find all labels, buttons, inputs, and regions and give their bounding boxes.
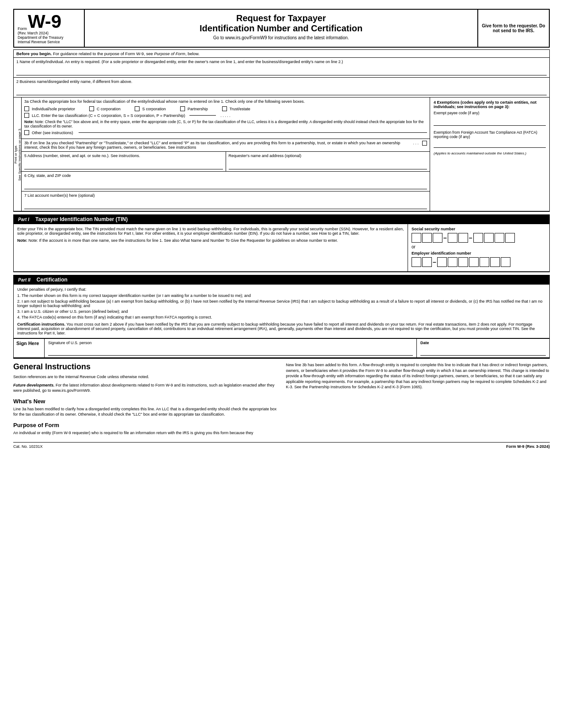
signature-input[interactable] — [48, 347, 413, 356]
date-input[interactable] — [420, 347, 546, 356]
part2-header: Part II Certification — [14, 275, 549, 285]
gen-right: New line 3b has been added to this form.… — [286, 362, 550, 439]
cb-individual[interactable] — [24, 106, 29, 111]
side-label: Print or type.See Specific Instructions … — [14, 98, 22, 211]
fatca-label: Exemption from Foreign Account Tax Compl… — [434, 130, 546, 139]
side-label-text: Print or type.See Specific Instructions … — [14, 128, 22, 181]
line5-right-input[interactable] — [229, 161, 427, 169]
fatca-input[interactable] — [434, 141, 546, 148]
other-row: Other (see instructions) — [24, 130, 427, 135]
title1: Request for Taxpayer — [89, 13, 473, 23]
line5-label: 5 Address (number, street, and apt. or s… — [24, 154, 223, 158]
cb5-label: Trust/estate — [230, 107, 250, 111]
ein-box7[interactable] — [480, 257, 489, 267]
ssn-box7[interactable] — [484, 233, 494, 243]
date-label: Date — [420, 341, 429, 345]
line5-field: 5 Address (number, street, and apt. or s… — [22, 152, 226, 171]
form-main: 1 Name of entity/individual. An entry is… — [13, 58, 550, 212]
cb-ccorp[interactable] — [89, 106, 94, 111]
ssn-box4[interactable] — [448, 233, 457, 243]
before-begin-text: For guidance related to the purpose of F… — [53, 51, 200, 56]
whats-new-text: Line 3a has been modified to clarify how… — [13, 406, 277, 417]
part1-label: Part I — [16, 217, 31, 222]
line1-row: 1 Name of entity/individual. An entry is… — [14, 58, 549, 78]
part2-section: Part II Certification Under penalties of… — [13, 275, 550, 359]
date-field: Date — [417, 339, 549, 357]
line2-label: 2 Business name/disregarded entity name,… — [16, 79, 547, 84]
title2: Identification Number and Certification — [89, 23, 473, 34]
line3a-row: 3a Check the appropriate box for federal… — [22, 98, 430, 139]
footer: Cat. No. 10231X Form W-9 (Rev. 3-2024) — [13, 442, 550, 449]
line5-right-label: Requester's name and address (optional) — [229, 154, 427, 158]
main-left: 3a Check the appropriate box for federal… — [22, 98, 430, 211]
cb-3b[interactable] — [422, 141, 427, 146]
certification-body: Under penalties of perjury, I certify th… — [14, 285, 549, 338]
cb-partnership[interactable] — [180, 106, 185, 111]
line7-input[interactable] — [24, 201, 427, 209]
give-form-text: Give form to the requester. Do not send … — [482, 23, 545, 33]
ssn-box8[interactable] — [495, 233, 504, 243]
ein-box2[interactable] — [422, 257, 432, 267]
header-right: Give form to the requester. Do not send … — [478, 10, 549, 47]
dept: Department of the Treasury — [18, 35, 80, 40]
line5-input[interactable] — [24, 161, 223, 169]
line5-row: 5 Address (number, street, and apt. or s… — [22, 152, 430, 172]
ssn-box2[interactable] — [422, 233, 432, 243]
new-line-3b: New line 3b has been added to this form.… — [286, 362, 550, 390]
future-dev: Future developments. For the latest info… — [13, 383, 277, 394]
exempt-payee-input[interactable] — [434, 119, 546, 126]
ssn-box6[interactable] — [473, 233, 483, 243]
header-left: Form W-9 (Rev. March 2024) Department of… — [14, 10, 85, 47]
tin-note: Note: Note: If the account is in more th… — [17, 238, 404, 243]
header-center: Request for Taxpayer Identification Numb… — [85, 10, 478, 47]
line7-row: 7 List account number(s) here (optional) — [22, 191, 430, 211]
ein-box1[interactable] — [412, 257, 421, 267]
ssn-label: Social security number — [412, 227, 546, 231]
ein-box4[interactable] — [448, 257, 457, 267]
ein-boxes: – — [412, 257, 546, 267]
line2-input[interactable] — [16, 87, 547, 95]
ein-box8[interactable] — [490, 257, 500, 267]
irs: Internal Revenue Service — [18, 40, 80, 44]
ssn-box5[interactable] — [458, 233, 468, 243]
ssn-box9[interactable] — [505, 233, 515, 243]
ssn-dash1: – — [443, 234, 447, 241]
cb1-label: Individual/sole proprietor — [32, 107, 75, 111]
ssn-box1[interactable] — [412, 233, 421, 243]
cb-trust[interactable] — [222, 106, 227, 111]
ein-dash: – — [433, 259, 436, 266]
gen-heading: General Instructions — [13, 362, 277, 372]
cb-scorp[interactable] — [135, 106, 140, 111]
form-label: Form — [18, 26, 27, 31]
website-note: Go to www.irs.gov/FormW9 for instruction… — [89, 35, 473, 40]
line1-input[interactable] — [16, 68, 547, 75]
ein-box3[interactable] — [437, 257, 447, 267]
part2-label: Part II — [16, 278, 32, 282]
cb-other[interactable] — [24, 130, 29, 135]
ein-box6[interactable] — [469, 257, 479, 267]
part1-section: Part I Taxpayer Identification Number (T… — [13, 214, 550, 272]
whats-new-heading: What's New — [13, 398, 277, 405]
cb-llc[interactable] — [24, 113, 29, 118]
line6-input[interactable] — [24, 181, 427, 189]
llc-row: LLC. Enter the tax classification (C = C… — [24, 113, 427, 118]
line5-right-field: Requester's name and address (optional) — [226, 152, 430, 171]
cert-item1: 1. The number shown on this form is my c… — [17, 293, 546, 298]
checkbox-row1: Individual/sole proprietor C corporation… — [24, 106, 427, 111]
sign-here-label: Sign Here — [16, 341, 42, 346]
llc-label: LLC. Enter the tax classification (C = C… — [32, 113, 185, 118]
line3b-row: 3b If on line 3a you checked "Partnershi… — [22, 139, 430, 152]
cb4-label: Partnership — [188, 107, 208, 111]
ein-box5[interactable] — [458, 257, 468, 267]
ssn-boxes: – – — [412, 233, 546, 243]
part1-header: Part I Taxpayer Identification Number (T… — [14, 215, 549, 224]
future-bold: Future developments. — [13, 383, 55, 387]
note-llc: Note: Note: Check the "LLC" box above an… — [24, 120, 427, 128]
ssn-box3[interactable] — [433, 233, 442, 243]
applies-label: (Applies to accounts maintained outside … — [434, 151, 546, 155]
line7-label: 7 List account number(s) here (optional) — [24, 193, 427, 198]
under-penalty: Under penalties of perjury, I certify th… — [17, 287, 546, 292]
part2-title: Certification — [37, 277, 68, 283]
cb2-label: C corporation — [97, 107, 121, 111]
ein-box9[interactable] — [501, 257, 510, 267]
